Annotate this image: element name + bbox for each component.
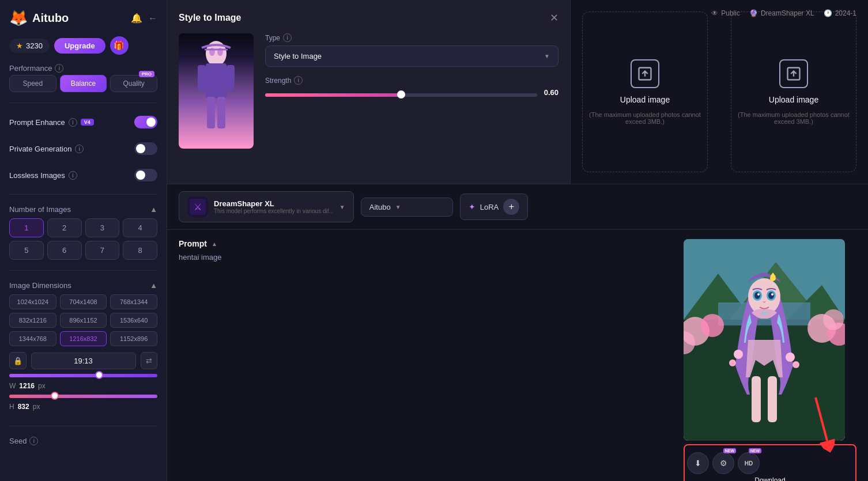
prompt-enhance-label: Prompt Enhance: [9, 118, 65, 127]
dim-896x1152[interactable]: 896x1152: [60, 313, 107, 328]
lora-icon: ✦: [469, 202, 475, 211]
performance-label: Performance i: [9, 64, 157, 73]
v4-badge: V4: [81, 119, 94, 126]
num-btn-7[interactable]: 7: [85, 241, 120, 260]
toggle-knob-lossless: [136, 171, 145, 180]
lock-button[interactable]: 🔒: [9, 352, 27, 369]
dim-832x1216[interactable]: 832x1216: [9, 313, 56, 328]
dim-1344x768[interactable]: 1344x768: [9, 331, 56, 346]
dim-704x1408[interactable]: 704x1408: [60, 294, 107, 309]
model-select[interactable]: ⚔ DreamShaper XL This model performs exc…: [179, 191, 354, 222]
logo-actions: 🔔 ←: [131, 13, 157, 24]
upload-box-2[interactable]: Upload image (The maximum uploaded photo…: [731, 12, 856, 172]
top-area: Style to Image ✕: [167, 0, 868, 184]
modal-body: Type i Style to Image ▼ Strength i: [179, 33, 558, 149]
num-btn-5[interactable]: 5: [9, 241, 44, 260]
svg-point-39: [786, 353, 795, 362]
model-chevron-icon: ▼: [339, 204, 345, 210]
svg-rect-35: [752, 376, 761, 422]
performance-info-icon[interactable]: i: [55, 64, 63, 73]
upload-title-2: Upload image: [769, 95, 818, 104]
lora-add-button[interactable]: +: [503, 199, 519, 215]
height-label: H: [9, 403, 14, 411]
upload-areas: Upload image (The maximum uploaded photo…: [571, 0, 868, 184]
svg-point-40: [792, 361, 799, 368]
type-select[interactable]: Style to Image ▼: [265, 46, 558, 67]
seed-info-icon[interactable]: i: [29, 437, 38, 445]
svg-point-30: [768, 292, 774, 299]
prompt-enhance-info-icon[interactable]: i: [69, 118, 77, 127]
svg-rect-34: [761, 312, 767, 315]
width-value-row: W 1216 px: [9, 382, 157, 390]
lossless-info-icon[interactable]: i: [69, 171, 77, 180]
download-button[interactable]: ⬇: [687, 452, 709, 474]
upgrade-button[interactable]: Upgrade: [54, 38, 105, 54]
svg-point-32: [771, 293, 773, 296]
width-slider[interactable]: [9, 374, 157, 377]
prompt-text: hentai image: [179, 253, 672, 262]
private-generation-toggle[interactable]: [134, 142, 157, 155]
svg-rect-4: [207, 97, 215, 128]
upload-box-1[interactable]: Upload image (The maximum uploaded photo…: [582, 12, 708, 172]
collapse-icon[interactable]: ▲: [150, 205, 157, 214]
num-btn-6[interactable]: 6: [47, 241, 82, 260]
settings-button[interactable]: ⚙: [712, 452, 734, 474]
ratio-input[interactable]: [31, 353, 136, 369]
main-content: Style to Image ✕: [167, 0, 868, 481]
height-slider-row: [9, 395, 157, 398]
sidebar: 🦊 Aitubo 🔔 ← ★ 3230 Upgrade 🎁 Performanc…: [0, 0, 167, 481]
svg-point-37: [734, 350, 743, 359]
num-btn-2[interactable]: 2: [47, 218, 82, 237]
dim-1216x832[interactable]: 1216x832: [60, 331, 107, 346]
num-btn-1[interactable]: 1: [9, 218, 44, 237]
strength-label: Strength i: [265, 76, 558, 85]
upload-sub-1: (The maximum uploaded photos cannot exce…: [583, 111, 707, 125]
bottom-area: Prompt ▲ hentai image 👁 Public 🔮 DreamSh…: [167, 230, 868, 481]
num-btn-8[interactable]: 8: [123, 241, 157, 260]
num-btn-4[interactable]: 4: [123, 218, 157, 237]
gift-button[interactable]: 🎁: [110, 36, 129, 55]
style-select[interactable]: Aitubo ▼: [361, 198, 453, 217]
lossless-images-row: Lossless Images i: [9, 166, 157, 184]
private-generation-info-icon[interactable]: i: [75, 145, 84, 153]
dim-768x1344[interactable]: 768x1344: [110, 294, 157, 309]
strength-section: Strength i 0.60: [265, 76, 558, 97]
prompt-enhance-toggle[interactable]: [134, 116, 157, 128]
swap-button[interactable]: ⇄: [141, 352, 158, 369]
credits-value: 3230: [26, 41, 43, 50]
speed-button[interactable]: Speed: [9, 75, 56, 92]
prompt-title: Prompt: [179, 239, 207, 248]
svg-rect-2: [198, 65, 206, 91]
svg-point-29: [754, 292, 760, 299]
close-button[interactable]: ✕: [550, 12, 558, 24]
sparkle-icon: ✦: [469, 202, 475, 211]
lossless-images-toggle[interactable]: [134, 169, 157, 181]
logo-row: 🦊 Aitubo 🔔 ←: [9, 9, 157, 27]
type-chevron-icon: ▼: [544, 53, 550, 59]
image-dimensions-section: Image Dimensions ▲ 1024x1024 704x1408 76…: [9, 281, 157, 415]
width-value: 1216: [19, 382, 35, 390]
num-btn-3[interactable]: 3: [85, 218, 120, 237]
hd-button[interactable]: HD: [738, 452, 760, 474]
strength-slider[interactable]: [265, 93, 537, 97]
dim-1536x640[interactable]: 1536x640: [110, 313, 157, 328]
balance-button[interactable]: Balance: [60, 75, 107, 92]
strength-info-icon[interactable]: i: [294, 76, 303, 85]
upload-sub-2: (The maximum uploaded photos cannot exce…: [731, 111, 856, 125]
dim-collapse-icon[interactable]: ▲: [150, 281, 157, 290]
height-slider[interactable]: [9, 395, 157, 398]
notification-icon[interactable]: 🔔: [131, 13, 142, 24]
quality-button[interactable]: Quality PRO: [110, 75, 157, 92]
private-generation-label: Private Generation: [9, 145, 71, 153]
dimensions-grid: 1024x1024 704x1408 768x1344 832x1216 896…: [9, 294, 157, 346]
dim-1152x896[interactable]: 1152x896: [110, 331, 157, 346]
image-actions: ⬇ ⚙ HD: [687, 452, 853, 474]
dim-1024x1024[interactable]: 1024x1024: [9, 294, 56, 309]
back-icon[interactable]: ←: [148, 13, 157, 24]
seed-label: Seed: [9, 437, 27, 445]
lora-button[interactable]: ✦ LoRA +: [460, 194, 529, 220]
model-info: DreamShaper XL This model performs excel…: [214, 199, 334, 214]
prompt-header: Prompt ▲: [179, 239, 672, 248]
num-images-grid: 1 2 3 4 5 6 7 8: [9, 218, 157, 260]
type-info-icon[interactable]: i: [283, 33, 292, 42]
